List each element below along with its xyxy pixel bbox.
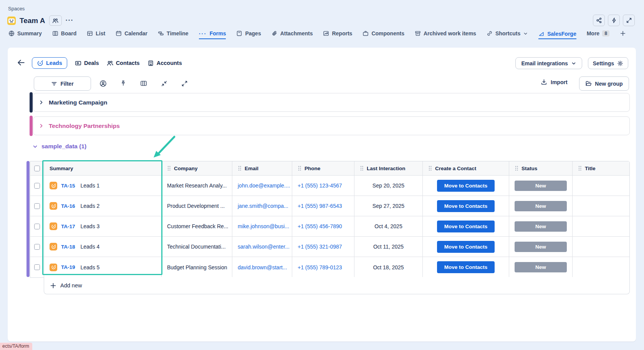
status-badge[interactable]: New bbox=[515, 201, 567, 211]
drag-handle-icon[interactable] bbox=[298, 166, 301, 171]
tab-deals[interactable]: Deals bbox=[75, 57, 99, 69]
phone-link[interactable]: +1 (555) 456-7890 bbox=[298, 223, 342, 229]
group-header-technology-partnerships[interactable]: Technology Partnerships bbox=[33, 116, 630, 135]
work-item-summary[interactable]: Leads 3 bbox=[81, 223, 100, 229]
tab-list[interactable]: List bbox=[87, 30, 105, 39]
move-to-contacts-button[interactable]: Move to Contacts bbox=[437, 221, 495, 232]
work-item-key[interactable]: TA-16 bbox=[61, 203, 75, 209]
fullscreen-button[interactable] bbox=[623, 15, 635, 26]
automation-button[interactable] bbox=[608, 15, 620, 26]
breadcrumb[interactable]: Spaces bbox=[8, 6, 25, 12]
status-badge[interactable]: New bbox=[515, 221, 567, 232]
column-header-last-interaction[interactable]: Last Interaction bbox=[354, 161, 423, 175]
tab-components[interactable]: Components bbox=[363, 30, 404, 39]
column-header-title[interactable]: Title bbox=[573, 161, 629, 175]
tab-calendar[interactable]: Calendar bbox=[116, 30, 147, 39]
title-cell[interactable] bbox=[573, 196, 629, 216]
email-link[interactable]: david.brown@start... bbox=[238, 264, 287, 270]
summary-cell[interactable]: TA-16 Leads 2 bbox=[44, 196, 162, 216]
group-header-marketing-campaign[interactable]: Marketing Campaign bbox=[33, 93, 630, 112]
tab-more[interactable]: More 8 bbox=[587, 30, 609, 39]
title-cell[interactable] bbox=[573, 237, 629, 257]
summary-cell[interactable]: TA-15 Leads 1 bbox=[44, 176, 162, 196]
collapse-button[interactable] bbox=[159, 79, 169, 88]
row-checkbox[interactable] bbox=[34, 224, 40, 229]
phone-link[interactable]: +1 (555) 123-4567 bbox=[298, 182, 342, 189]
tab-leads[interactable]: Leads bbox=[32, 57, 67, 69]
company-cell[interactable]: Budget Planning Session bbox=[162, 257, 232, 277]
tab-archived-work-items[interactable]: Archived work items bbox=[415, 30, 476, 39]
move-to-contacts-button[interactable]: Move to Contacts bbox=[437, 241, 495, 253]
column-header-summary[interactable]: Summary bbox=[44, 161, 162, 175]
move-to-contacts-button[interactable]: Move to Contacts bbox=[437, 180, 495, 192]
email-link[interactable]: mike.johnson@busi... bbox=[238, 223, 289, 229]
add-new-button[interactable]: Add new bbox=[44, 277, 630, 294]
tab-board[interactable]: Board bbox=[52, 30, 76, 39]
last-interaction-cell[interactable]: Sep 20, 2025 bbox=[354, 176, 423, 196]
company-cell[interactable]: Product Development ... bbox=[162, 196, 232, 216]
email-integrations-button[interactable]: Email integrations bbox=[515, 57, 582, 69]
column-header-email[interactable]: Email bbox=[232, 161, 292, 175]
last-interaction-cell[interactable]: Oct 4, 2025 bbox=[354, 216, 423, 236]
email-link[interactable]: john.doe@example.... bbox=[238, 182, 290, 189]
column-header-company[interactable]: Company bbox=[162, 161, 232, 175]
columns-button[interactable] bbox=[139, 79, 148, 88]
phone-link[interactable]: +1 (555) 987-6543 bbox=[298, 203, 342, 209]
drag-handle-icon[interactable] bbox=[238, 166, 242, 171]
last-interaction-cell[interactable]: Oct 11, 2025 bbox=[354, 237, 423, 257]
column-header-create-a-contact[interactable]: Create a Contact bbox=[423, 161, 509, 175]
select-all-checkbox[interactable] bbox=[34, 166, 40, 171]
members-button[interactable] bbox=[49, 15, 62, 26]
back-button[interactable] bbox=[17, 58, 25, 68]
status-badge[interactable]: New bbox=[515, 242, 567, 252]
tab-timeline[interactable]: Timeline bbox=[158, 30, 189, 39]
drag-handle-icon[interactable] bbox=[167, 166, 171, 171]
team-more-menu[interactable]: ··· bbox=[66, 17, 74, 25]
work-item-key[interactable]: TA-17 bbox=[61, 224, 75, 229]
status-badge[interactable]: New bbox=[515, 181, 567, 191]
expand-rows-button[interactable] bbox=[180, 79, 189, 88]
move-to-contacts-button[interactable]: Move to Contacts bbox=[437, 261, 495, 273]
share-button[interactable] bbox=[593, 15, 605, 26]
drag-handle-icon[interactable] bbox=[578, 166, 582, 171]
filter-button[interactable]: Filter bbox=[34, 76, 91, 91]
work-item-key[interactable]: TA-19 bbox=[61, 264, 75, 270]
import-button[interactable]: Import bbox=[541, 79, 568, 85]
title-cell[interactable] bbox=[573, 257, 629, 277]
tab-reports[interactable]: Reports bbox=[323, 30, 352, 39]
tab-pages[interactable]: Pages bbox=[236, 30, 261, 39]
new-group-button[interactable]: New group bbox=[579, 76, 629, 91]
tab-shortcuts[interactable]: Shortcuts bbox=[487, 30, 528, 39]
settings-button[interactable]: Settings bbox=[588, 57, 628, 69]
last-interaction-cell[interactable]: Sep 27, 2025 bbox=[354, 196, 423, 216]
tab-accounts[interactable]: Accounts bbox=[147, 57, 182, 69]
email-link[interactable]: jane.smith@compa... bbox=[238, 203, 288, 209]
column-header-status[interactable]: Status bbox=[509, 161, 573, 175]
work-item-summary[interactable]: Leads 5 bbox=[81, 264, 100, 270]
work-item-key[interactable]: TA-18 bbox=[61, 244, 75, 250]
title-cell[interactable] bbox=[573, 176, 629, 196]
drag-handle-icon[interactable] bbox=[360, 166, 364, 171]
work-item-summary[interactable]: Leads 1 bbox=[81, 182, 100, 189]
move-to-contacts-button[interactable]: Move to Contacts bbox=[437, 200, 495, 212]
last-interaction-cell[interactable]: Oct 18, 2025 bbox=[354, 257, 423, 277]
work-item-summary[interactable]: Leads 2 bbox=[81, 203, 100, 209]
row-checkbox[interactable] bbox=[34, 244, 40, 250]
company-cell[interactable]: Technical Documentati... bbox=[162, 237, 232, 257]
phone-link[interactable]: +1 (555) 321-0987 bbox=[298, 244, 342, 250]
email-link[interactable]: sarah.wilson@enter... bbox=[238, 244, 290, 250]
company-cell[interactable]: Market Research Analy... bbox=[162, 176, 232, 196]
phone-link[interactable]: +1 (555) 789-0123 bbox=[298, 264, 342, 270]
pin-button[interactable] bbox=[119, 79, 128, 88]
summary-cell[interactable]: TA-19 Leads 5 bbox=[44, 257, 162, 277]
row-checkbox[interactable] bbox=[34, 264, 40, 270]
tab-attachments[interactable]: Attachments bbox=[272, 30, 313, 39]
add-tab-button[interactable] bbox=[620, 30, 626, 39]
row-checkbox[interactable] bbox=[34, 203, 40, 209]
status-badge[interactable]: New bbox=[515, 262, 567, 272]
summary-cell[interactable]: TA-18 Leads 4 bbox=[44, 237, 162, 257]
drag-handle-icon[interactable] bbox=[428, 166, 432, 171]
work-item-summary[interactable]: Leads 4 bbox=[81, 244, 100, 250]
tab-forms[interactable]: ··· Forms bbox=[199, 30, 226, 40]
drag-handle-icon[interactable] bbox=[515, 166, 518, 171]
